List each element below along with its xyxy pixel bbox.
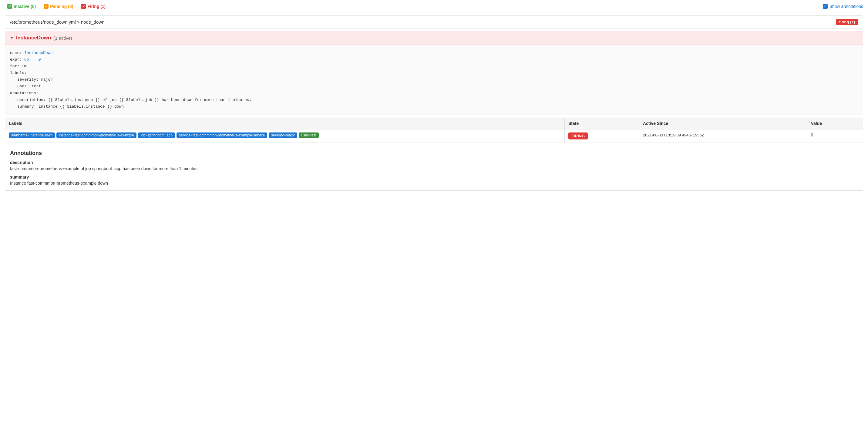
label-tag-service: service=fast-commmon-prometheus-example-… [177,132,267,138]
annotation-description-key: description [10,160,858,165]
annotation-summary-value: Instance fast-commmon-prometheus-example… [10,181,858,186]
annotations-section: Annotations description fast-commmon-pro… [5,145,863,191]
alert-detail: name: InstanceDown expr: up == 0 for: 1m… [5,44,863,115]
th-state: State [565,118,639,129]
alert-group-header[interactable]: ▼ InstanceDown (1 active) [5,31,863,44]
filter-inactive-btn[interactable]: ✓ Inactive (0) [5,3,38,10]
alerts-table-section: Labels State Active Since Value alertnam… [5,118,863,143]
show-annotations-checkbox-icon: ✓ [823,4,828,9]
th-value: Value [807,118,863,129]
label-tag-instance: instance=fast-commmon-prometheus-example [56,132,136,138]
label-tag-job: job=springboot_app [138,132,175,138]
th-labels: Labels [5,118,565,129]
annotations-title: Annotations [10,150,858,156]
table-row: alertname=InstanceDown instance=fast-com… [5,129,863,143]
filter-buttons: ✓ Inactive (0) ✓ Pending (0) ✓ Firing (1… [5,3,108,10]
pending-checkbox-icon: ✓ [44,4,49,9]
detail-name-line: name: InstanceDown [10,50,858,56]
show-annotations-label: Show annotations [830,4,863,9]
rule-bar: /etc/prometheus/node_down.yml > node_dow… [5,15,863,29]
detail-labels-line: labels: [10,70,858,76]
detail-expr-line: expr: up == 0 [10,56,858,63]
detail-for-line: for: 1m [10,63,858,70]
alerts-table: Labels State Active Since Value alertnam… [5,118,863,143]
pending-label: Pending (0) [50,4,73,9]
table-header-row: Labels State Active Since Value [5,118,863,129]
active-since-cell: 2021-08-03T13:19:09.494571955Z [639,129,807,143]
alert-group: ▼ InstanceDown (1 active) name: Instance… [5,31,863,115]
labels-list: alertname=InstanceDown instance=fast-com… [9,132,561,138]
top-bar: ✓ Inactive (0) ✓ Pending (0) ✓ Firing (1… [0,0,868,13]
detail-annotations-line: annotations: [10,90,858,97]
value-cell: 0 [807,129,863,143]
th-active-since: Active Since [639,118,807,129]
state-cell: FIRING [565,129,639,143]
labels-cell: alertname=InstanceDown instance=fast-com… [5,129,565,143]
label-tag-alertname: alertname=InstanceDown [9,132,55,138]
label-tag-user: user=test [299,132,319,138]
active-since-value: 2021-08-03T13:19:09.494571955Z [643,133,704,137]
alert-group-count: (1 active) [53,35,72,41]
firing-badge: firing (1) [836,19,858,25]
detail-summary-line: summary: Instance {{ $labels.instance }}… [10,103,858,110]
inactive-label: Inactive (0) [14,4,36,9]
firing-checkbox-icon: ✓ [81,4,86,9]
detail-severity-line: severity: major [10,76,858,83]
annotation-description-value: fast-commmon-prometheus-example of job s… [10,166,858,171]
alert-value: 0 [811,132,813,137]
filter-pending-btn[interactable]: ✓ Pending (0) [41,3,75,10]
detail-user-line: user: test [10,83,858,90]
show-annotations-toggle[interactable]: ✓ Show annotations [823,4,863,9]
state-firing-badge: FIRING [568,132,588,139]
filter-firing-btn[interactable]: ✓ Firing (1) [79,3,108,10]
detail-desc-line: description: {{ $labels.instance }} of j… [10,97,858,103]
firing-label: Firing (1) [87,4,105,9]
label-tag-severity: severity=major [269,132,297,138]
rule-path: /etc/prometheus/node_down.yml > node_dow… [10,20,104,25]
chevron-down-icon: ▼ [10,36,14,40]
annotation-summary-key: summary [10,174,858,180]
inactive-checkbox-icon: ✓ [7,4,12,9]
alert-group-title: InstanceDown [16,35,51,41]
